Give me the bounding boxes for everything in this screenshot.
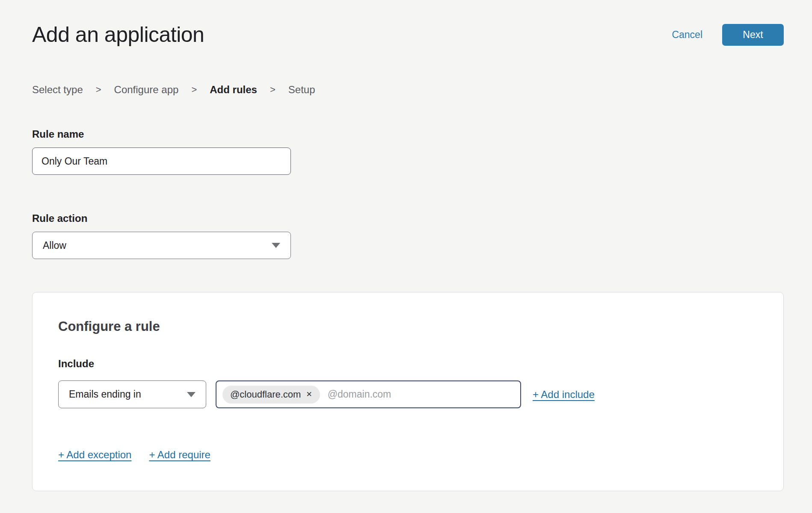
- breadcrumb-separator: >: [191, 84, 197, 95]
- rule-name-label: Rule name: [32, 128, 784, 140]
- breadcrumb-separator: >: [270, 84, 276, 95]
- cancel-button[interactable]: Cancel: [672, 29, 702, 41]
- breadcrumb-step-setup[interactable]: Setup: [288, 84, 315, 96]
- email-domain-tag-input[interactable]: @cloudflare.com ✕: [216, 380, 521, 408]
- add-exception-link[interactable]: + Add exception: [58, 449, 131, 461]
- breadcrumb-separator: >: [96, 84, 101, 95]
- header-actions: Cancel Next: [672, 24, 784, 46]
- email-domain-input[interactable]: [328, 389, 514, 400]
- next-button[interactable]: Next: [722, 24, 784, 46]
- breadcrumb-step-configure-app[interactable]: Configure app: [114, 84, 179, 96]
- card-title: Configure a rule: [58, 319, 758, 334]
- breadcrumb: Select type > Configure app > Add rules …: [32, 84, 784, 96]
- include-rule-row: Emails ending in @cloudflare.com ✕ + Add…: [58, 380, 758, 408]
- breadcrumb-step-add-rules[interactable]: Add rules: [210, 84, 257, 96]
- configure-rule-card: Configure a rule Include Emails ending i…: [32, 292, 784, 491]
- page-content: Add an application Cancel Next Select ty…: [32, 0, 784, 491]
- rule-action-label: Rule action: [32, 212, 784, 224]
- rule-action-selected-value: Allow: [43, 240, 66, 251]
- breadcrumb-step-select-type[interactable]: Select type: [32, 84, 83, 96]
- include-label: Include: [58, 358, 758, 370]
- add-links-row: + Add exception + Add require: [58, 449, 758, 461]
- rule-name-input[interactable]: [32, 147, 291, 175]
- page-title: Add an application: [32, 22, 204, 47]
- chevron-down-icon: [272, 243, 280, 248]
- add-include-link[interactable]: + Add include: [533, 389, 595, 401]
- include-selector-value: Emails ending in: [69, 389, 141, 400]
- add-require-link[interactable]: + Add require: [149, 449, 210, 461]
- email-domain-tag: @cloudflare.com ✕: [222, 386, 320, 404]
- email-domain-tag-label: @cloudflare.com: [230, 389, 301, 400]
- rule-action-select[interactable]: Allow: [32, 232, 291, 259]
- chevron-down-icon: [187, 392, 196, 397]
- include-selector-select[interactable]: Emails ending in: [58, 380, 206, 408]
- remove-tag-icon[interactable]: ✕: [306, 391, 312, 398]
- page-header: Add an application Cancel Next: [32, 22, 784, 47]
